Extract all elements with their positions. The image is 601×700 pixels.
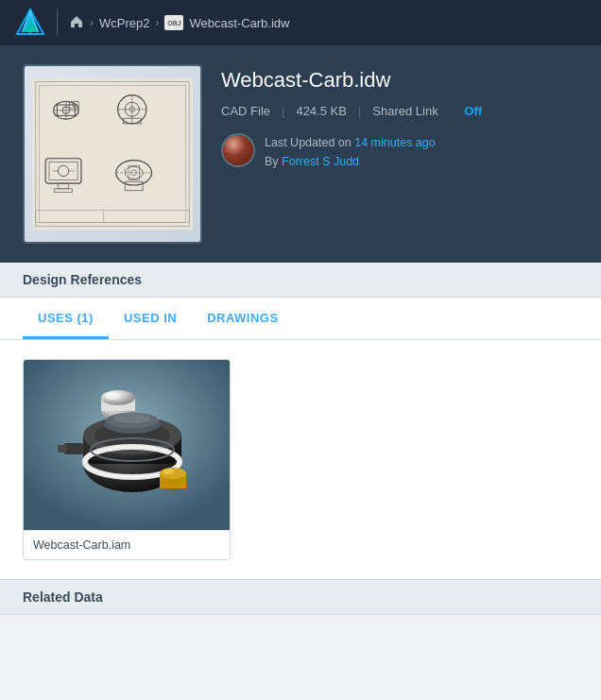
- shared-link-label: Shared Link: [372, 104, 438, 118]
- update-info: Last Updated on 14 minutes ago By Forres…: [265, 133, 436, 171]
- file-thumbnail: [23, 64, 202, 244]
- svg-rect-52: [58, 445, 67, 452]
- update-line-1: Last Updated on 14 minutes ago: [265, 133, 436, 152]
- breadcrumb-home[interactable]: [69, 14, 84, 32]
- file-detail-header: Webcast-Carb.idw CAD File | 424.5 KB | S…: [0, 45, 601, 263]
- file-type-icon: OBJ: [164, 15, 183, 30]
- file-updated-section: Last Updated on 14 minutes ago By Forres…: [221, 133, 578, 171]
- home-icon: [69, 14, 84, 29]
- breadcrumb-filename: Webcast-Carb.idw: [189, 16, 289, 30]
- thumbnail-preview: [32, 74, 193, 234]
- update-line-2: By Forrest S Judd: [265, 152, 436, 171]
- updated-author: Forrest S Judd: [282, 155, 359, 168]
- file-meta-bar: CAD File | 424.5 KB | Shared Link Off: [221, 104, 578, 118]
- svg-rect-5: [32, 78, 193, 230]
- avatar-image: [223, 135, 253, 165]
- user-avatar: [221, 133, 255, 167]
- card-thumbnail: [24, 360, 231, 530]
- breadcrumb-sep-2: ›: [155, 16, 159, 29]
- breadcrumb-sep-1: ›: [90, 16, 94, 29]
- tab-uses-label: USES (1): [38, 311, 94, 325]
- uses-file-card[interactable]: Webcast-Carb.iam: [23, 359, 231, 560]
- file-type-label: CAD File: [221, 104, 270, 118]
- tabs-bar: USES (1) USED IN DRAWINGS: [0, 298, 601, 340]
- autodesk-logo-icon: [15, 8, 45, 38]
- shared-link-value[interactable]: Off: [464, 104, 482, 118]
- file-size-label: 424.5 KB: [296, 104, 347, 118]
- card-thumbnail-svg: [24, 360, 231, 530]
- design-references-title: Design References: [23, 272, 142, 287]
- header-divider: [57, 9, 58, 36]
- header-bar: › WcPrep2 › OBJ Webcast-Carb.idw: [0, 0, 601, 45]
- breadcrumb-current-file: OBJ Webcast-Carb.idw: [164, 15, 289, 30]
- tab-used-in-label: USED IN: [124, 311, 177, 325]
- svg-point-44: [105, 392, 120, 400]
- breadcrumb-folder[interactable]: WcPrep2: [99, 16, 149, 30]
- design-references-header: Design References: [0, 263, 601, 298]
- file-info-panel: Webcast-Carb.idw CAD File | 424.5 KB | S…: [221, 64, 578, 171]
- tab-drawings-label: DRAWINGS: [207, 311, 279, 325]
- last-updated-label: Last Updated on: [265, 136, 352, 149]
- svg-point-56: [113, 414, 151, 423]
- svg-point-49: [160, 468, 186, 479]
- card-filename-text: Webcast-Carb.iam: [33, 538, 130, 552]
- meta-div-1: |: [282, 104, 284, 118]
- breadcrumb: › WcPrep2 › OBJ Webcast-Carb.idw: [69, 14, 289, 32]
- meta-div-2: |: [358, 104, 361, 118]
- related-data-header: Related Data: [0, 579, 601, 615]
- update-time: 14 minutes ago: [354, 136, 435, 149]
- svg-point-50: [163, 469, 174, 474]
- tab-used-in[interactable]: USED IN: [109, 298, 192, 339]
- updated-by-label: By: [265, 155, 279, 168]
- file-name-heading: Webcast-Carb.idw: [221, 68, 578, 93]
- content-area: Webcast-Carb.iam: [0, 340, 601, 579]
- tab-uses[interactable]: USES (1): [23, 298, 109, 339]
- card-filename: Webcast-Carb.iam: [24, 530, 230, 559]
- related-data-title: Related Data: [23, 589, 103, 605]
- tab-drawings[interactable]: DRAWINGS: [192, 298, 294, 339]
